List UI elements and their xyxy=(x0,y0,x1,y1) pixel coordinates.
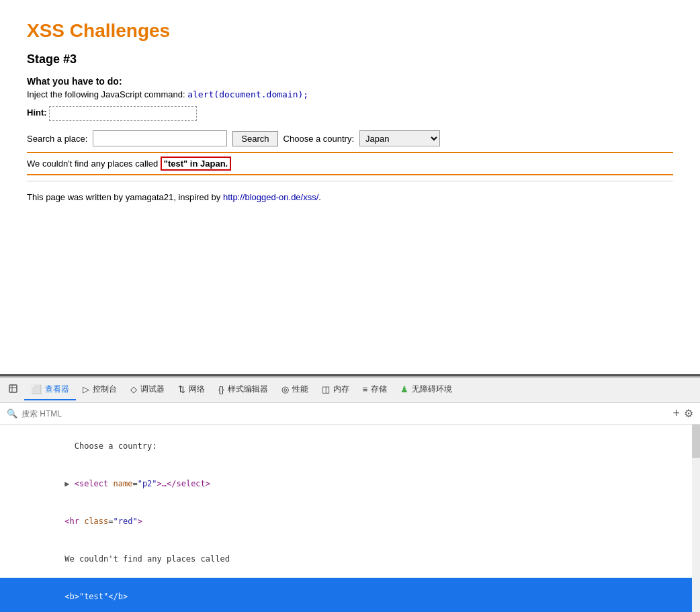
tab-style-label: 样式编辑器 xyxy=(228,384,268,395)
inject-prefix: Inject the following JavaScript command: xyxy=(27,89,187,99)
result-text: We couldn't find any places called "test… xyxy=(27,159,673,169)
tab-inspector[interactable]: ⬜ 查看器 xyxy=(24,380,76,400)
country-label: Choose a country: xyxy=(283,134,355,144)
country-select[interactable]: Japan USA UK France Germany xyxy=(359,130,440,146)
inspect-icon-btn[interactable] xyxy=(3,380,24,400)
tab-debugger[interactable]: ◇ 调试器 xyxy=(124,380,171,400)
devtools-toolbar: ⬜ 查看器 ▷ 控制台 ◇ 调试器 ⇅ 网络 {} 样式编辑器 ◎ 性能 ◫ 内… xyxy=(0,378,700,403)
html-line-choose-country: Choose a country: xyxy=(0,427,700,465)
html-display-area: Choose a country: ▶ <select name="p2">…<… xyxy=(0,425,700,612)
html-line-text-not-find: We couldn't find any places called xyxy=(0,540,700,578)
debugger-icon: ◇ xyxy=(130,384,137,394)
network-icon: ⇅ xyxy=(178,384,185,394)
tab-console-label: 控制台 xyxy=(93,384,117,395)
footer-suffix: . xyxy=(318,192,321,202)
tab-memory[interactable]: ◫ 内存 xyxy=(315,380,356,400)
page-title: XSS Challenges xyxy=(27,20,673,42)
tab-inspector-label: 查看器 xyxy=(45,384,69,395)
html-line-hr-red-1[interactable]: <hr class="red"> xyxy=(0,502,700,540)
search-label: Search a place: xyxy=(27,134,87,144)
html-search-input[interactable] xyxy=(21,409,668,419)
hint-label: Hint: xyxy=(27,107,47,118)
result-highlight: "test" in Japan. xyxy=(161,157,231,171)
pick-button[interactable]: ⚙ xyxy=(684,407,693,420)
browser-content: XSS Challenges Stage #3 What you have to… xyxy=(0,0,700,376)
svg-rect-0 xyxy=(9,385,17,392)
text-choose-country: Choose a country: xyxy=(75,441,157,451)
expand-arrow: ▶ xyxy=(64,479,69,488)
footer-text: This page was written by yamagata21, ins… xyxy=(27,192,673,202)
tab-debugger-label: 调试器 xyxy=(140,384,165,395)
result-prefix: We couldn't find any places called xyxy=(27,159,161,169)
search-button[interactable]: Search xyxy=(232,131,277,146)
style-icon: {} xyxy=(218,384,224,394)
tab-accessibility[interactable]: ♟ 无障碍环境 xyxy=(394,380,459,400)
tab-network[interactable]: ⇅ 网络 xyxy=(171,380,212,400)
tab-performance-label: 性能 xyxy=(292,384,308,395)
tab-network-label: 网络 xyxy=(189,384,205,395)
tab-performance[interactable]: ◎ 性能 xyxy=(275,380,315,400)
search-input[interactable] xyxy=(93,130,227,146)
tab-storage-label: 存储 xyxy=(371,384,387,395)
inspector-icon: ⬜ xyxy=(31,384,42,394)
html-line-b-test[interactable]: <b>"test"</b> xyxy=(0,578,700,612)
tab-storage[interactable]: ≡ 存储 xyxy=(356,380,394,400)
performance-icon: ◎ xyxy=(281,384,289,394)
top-orange-hr xyxy=(27,152,673,153)
inject-line: Inject the following JavaScript command:… xyxy=(27,89,673,99)
search-icon: 🔍 xyxy=(7,408,17,419)
devtools-search-bar: 🔍 + ⚙ xyxy=(0,403,700,425)
inspect-cursor-icon xyxy=(8,384,19,394)
gray-hr xyxy=(27,181,673,181)
inject-code: alert(document.domain); xyxy=(187,89,308,99)
footer-prefix: This page was written by yamagata21, ins… xyxy=(27,192,223,202)
console-icon: ▷ xyxy=(83,384,89,394)
devtools-panel: ⬜ 查看器 ▷ 控制台 ◇ 调试器 ⇅ 网络 {} 样式编辑器 ◎ 性能 ◫ 内… xyxy=(0,376,700,612)
tab-accessibility-label: 无障碍环境 xyxy=(412,384,452,395)
html-line-select[interactable]: ▶ <select name="p2">…</select> xyxy=(0,465,700,502)
tab-style-editor[interactable]: {} 样式编辑器 xyxy=(212,380,275,400)
accessibility-icon: ♟ xyxy=(400,384,408,394)
hint-input[interactable] xyxy=(49,106,197,121)
memory-icon: ◫ xyxy=(322,384,330,394)
stage-title: Stage #3 xyxy=(27,52,673,67)
what-label: What you have to do: xyxy=(27,76,673,87)
hint-line: Hint: xyxy=(27,106,673,121)
scrollbar-thumb[interactable] xyxy=(692,425,700,458)
add-button[interactable]: + xyxy=(672,406,680,421)
bottom-orange-hr xyxy=(27,174,673,175)
tab-console[interactable]: ▷ 控制台 xyxy=(76,380,124,400)
footer-link[interactable]: http://blogged-on.de/xss/ xyxy=(223,192,318,202)
tab-memory-label: 内存 xyxy=(333,384,349,395)
scrollbar-track[interactable] xyxy=(692,425,700,612)
search-row: Search a place: Search Choose a country:… xyxy=(27,130,673,146)
storage-icon: ≡ xyxy=(363,384,368,394)
